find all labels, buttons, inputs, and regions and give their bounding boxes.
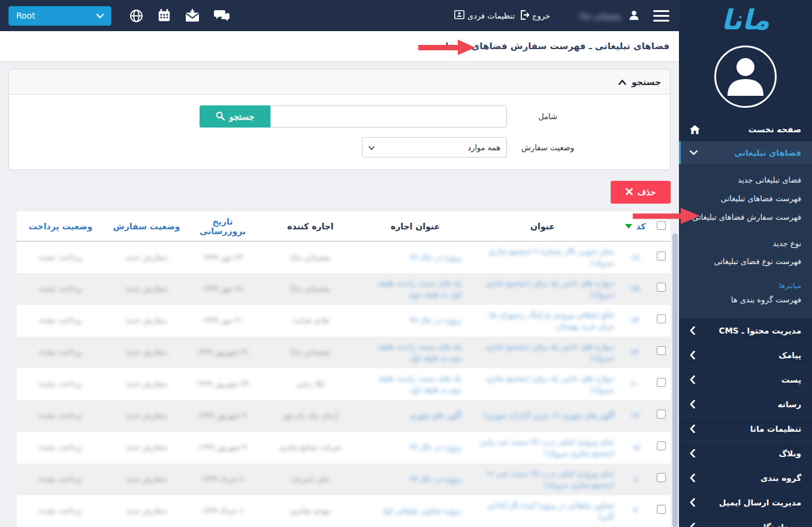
page-title: فضاهای تبلیغاتی ـ فهرست سفارش فضاهای تبل… — [433, 41, 669, 52]
checkbox[interactable] — [657, 505, 666, 514]
search-panel-header[interactable]: جستجو — [9, 69, 670, 95]
id-card-icon — [454, 10, 464, 21]
checkbox[interactable] — [657, 346, 666, 355]
checkbox[interactable] — [657, 283, 666, 292]
sidebar-item[interactable]: رسانه — [679, 392, 812, 416]
sidebar-subitem[interactable]: فهرست گروه بندی ها — [679, 291, 812, 310]
sidebar-subitem[interactable]: فهرست سفارش فضاهای تبلیغاتی — [679, 208, 812, 227]
cell-text-blurred[interactable]: نمای ورودی اصلی درب ۴۸ سمت چپ ۱۶ (مجتمع … — [471, 468, 614, 491]
cell-text-blurred[interactable]: آگهی های شهری ۱۶ متری (آپارات شهری) — [484, 410, 614, 422]
home-icon — [690, 125, 700, 134]
column-header-updated[interactable]: تاریخ بروزرسانی — [189, 211, 256, 241]
cell-order_status: سفارش جدید — [104, 305, 189, 337]
cell-text-blurred: ۳۱ شهریور ۱۳۹۹ — [197, 347, 249, 358]
cell-renter: لیلا رجبی — [256, 368, 364, 400]
cell-text-blurred[interactable]: آگهی های شهری — [409, 410, 461, 422]
cell-text-blurred[interactable]: تابلو تبلیغاتی ورودی پارکینگ رستوران ها … — [471, 310, 614, 332]
sidebar-item[interactable]: رویداد نگار — [679, 514, 812, 527]
sidebar-item-home[interactable]: صفحه نخست — [679, 117, 812, 141]
column-header-code[interactable]: کد — [619, 211, 652, 241]
cell-text-blurred[interactable]: نمای جنوبی تالار شماره ۲ (مجتمع تجاری سر… — [471, 246, 614, 269]
sidebar-subitem[interactable]: فهرست فضاهای تبلیغاتی — [679, 190, 812, 208]
cell-text-blurred[interactable]: پروژه در حال ۹۹ — [409, 252, 461, 264]
cell-text-blurred[interactable]: پروژه در حال ۹۹ — [409, 474, 461, 485]
cell-text-blurred: سفارش جدید — [125, 315, 167, 326]
sidebar-item[interactable]: تنظیمات مانا — [679, 416, 812, 441]
checkbox[interactable] — [657, 410, 666, 419]
root-select[interactable]: Root — [8, 6, 111, 26]
cell-text-blurred[interactable]: پروژه تصاویر تبلیغاتی اول — [382, 505, 461, 517]
search-button[interactable]: جستجو — [200, 105, 270, 128]
delete-button[interactable]: حذف — [611, 181, 671, 204]
cell-text-blurred[interactable]: ۷۰ — [632, 378, 639, 390]
sidebar-item[interactable]: وبلاگ — [679, 441, 812, 465]
sidebar-item[interactable]: پست — [679, 367, 812, 392]
cell-payment_status: پرداخت نشده — [17, 241, 104, 273]
sidebar-item-ad-spaces[interactable]: فضاهای تبلیغاتی — [679, 141, 812, 164]
sidebar-item[interactable]: مدیریت ارسال ایمیل — [679, 490, 812, 514]
sidebar-home-label: صفحه نخست — [748, 125, 801, 134]
person-icon — [717, 47, 774, 107]
cell-text-blurred: ۳ شهریور ۱۳۹۹ — [198, 442, 247, 453]
cell-rent_title: پروژه تصاویر تبلیغاتی اول — [364, 495, 466, 527]
cell-text-blurred[interactable]: پله های سمت راست طبقه اول به طبقه دوم — [369, 278, 461, 301]
select-all-checkbox[interactable] — [652, 211, 671, 241]
cell-renter: پشتیبانی مانا — [256, 241, 364, 273]
cell-text-blurred[interactable]: پروژه در حال ۹۹ — [409, 442, 461, 453]
cell-text-blurred[interactable]: پله های سمت راست طبقه دوم به طبقه اول — [369, 341, 461, 364]
row-select-cell — [652, 432, 671, 464]
sidebar-item-label: پست — [781, 375, 801, 384]
inbox-icon[interactable] — [185, 9, 200, 22]
order-status-select[interactable]: همه موارد — [362, 137, 507, 158]
checkbox[interactable] — [657, 221, 666, 230]
column-header-order_status[interactable]: وضعیت سفارش — [104, 211, 189, 241]
cell-text-blurred[interactable]: ۷۲ — [632, 347, 639, 358]
cell-text-blurred[interactable]: تصاویر تبلیغاتی در پروژه آینده نگر آبادا… — [471, 500, 614, 523]
cell-updated: ۹ شهریور ۱۳۹۹ — [189, 400, 256, 432]
cell-text-blurred[interactable]: پروژه در حال ۹۹ — [409, 315, 461, 326]
cell-text-blurred[interactable]: ۶۷ — [632, 410, 639, 422]
username-blurred[interactable]: پشتیبانی مانا — [580, 11, 621, 20]
checkbox[interactable] — [657, 441, 666, 450]
cell-text-blurred[interactable]: ۸ — [633, 474, 638, 485]
checkbox[interactable] — [657, 314, 666, 323]
cell-text-blurred: سفارش جدید — [125, 378, 167, 390]
logout-icon — [520, 10, 529, 22]
cell-text-blurred: پرداخت نشده — [39, 252, 81, 264]
globe-icon[interactable] — [129, 9, 143, 23]
cell-text-blurred[interactable]: دیواره های جانبی پله برقی (مجتمع تجاری س… — [471, 373, 614, 396]
cell-text-blurred: سفارش جدید — [125, 252, 167, 264]
logout-link[interactable]: خروج — [520, 10, 550, 22]
sidebar-active-parent-label: فضاهای تبلیغاتی — [734, 148, 801, 158]
sidebar-subitem[interactable]: نوع جدید — [679, 235, 812, 253]
sidebar-item[interactable]: مدیریت محتوا ـ CMS — [679, 318, 812, 343]
contains-input[interactable] — [270, 105, 507, 128]
personal-settings-link[interactable]: تنظیمات فردی — [454, 10, 515, 21]
sidebar-item[interactable]: پیامک — [679, 343, 812, 367]
cell-code: ۷۸ — [619, 241, 652, 273]
person-icon[interactable] — [628, 9, 640, 23]
checkbox[interactable] — [657, 473, 666, 482]
scrollbar-thumb[interactable] — [672, 234, 678, 527]
cell-text-blurred[interactable]: دیواره های جانبی پله برقی (مجتمع تجاری س… — [471, 278, 614, 301]
menu-toggle-icon[interactable] — [653, 10, 669, 22]
cell-text-blurred[interactable]: ۱۵ — [632, 442, 639, 453]
column-header-payment_status[interactable]: وضعیت پرداخت — [17, 211, 104, 241]
sidebar-subitem[interactable]: فضای تبلیغاتی جدید — [679, 171, 812, 190]
calendar-icon[interactable] — [158, 9, 171, 22]
checkbox[interactable] — [657, 378, 666, 387]
cell-text-blurred[interactable]: نمای ورودی اصلی درب ۴۸ سمت چپ پایین (مجت… — [471, 437, 614, 459]
chat-icon[interactable] — [214, 9, 230, 22]
cell-text-blurred[interactable]: ۷۴ — [632, 315, 639, 326]
checkbox[interactable] — [657, 252, 666, 261]
column-header-inner: عنوان — [530, 222, 555, 231]
cell-order_status: سفارش جدید — [104, 241, 189, 273]
sidebar-subitem[interactable]: فهرست نوع فضای تبلیغاتی — [679, 253, 812, 271]
cell-text-blurred[interactable]: ۷۸ — [632, 252, 639, 264]
cell-text-blurred[interactable]: ۳ — [633, 505, 638, 517]
cell-text-blurred[interactable]: پله های سمت راست طبقه دوم به طبقه اول — [369, 373, 461, 396]
cell-text-blurred[interactable]: دیواره های جانبی پله برقی (مجتمع تجاری س… — [471, 341, 614, 364]
cell-text-blurred: سفارش جدید — [125, 410, 167, 422]
cell-text-blurred[interactable]: ۷۵ — [632, 283, 639, 295]
sidebar-item[interactable]: گروه بندی — [679, 465, 812, 490]
